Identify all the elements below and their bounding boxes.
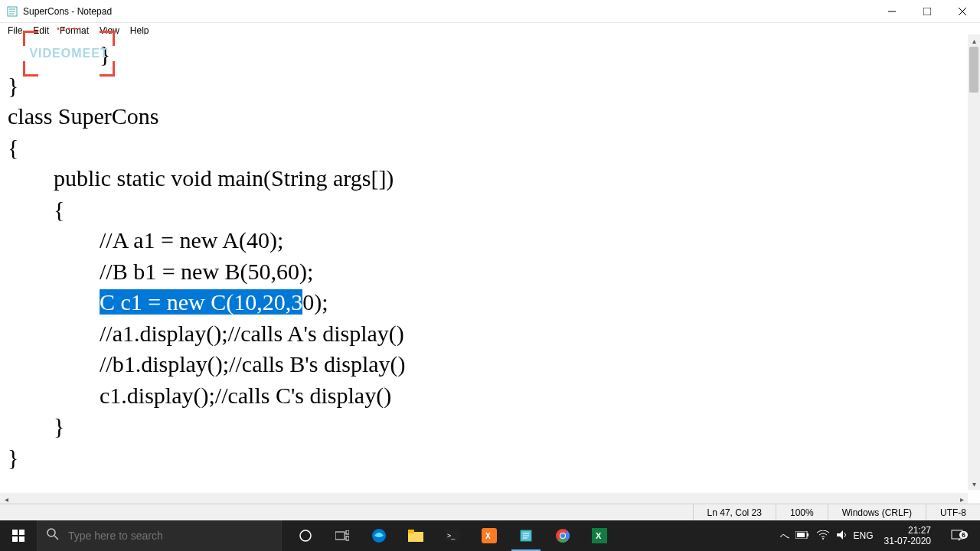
svg-point-14 xyxy=(300,530,311,541)
system-tray: へ ENG 21:27 31-07-2020 6 xyxy=(773,520,980,551)
notepad-taskbar-icon[interactable] xyxy=(508,520,544,551)
svg-line-13 xyxy=(54,536,58,540)
scroll-down-button[interactable]: ▾ xyxy=(968,478,980,490)
start-button[interactable] xyxy=(0,520,37,551)
vertical-scrollbar[interactable]: ▴ ▾ xyxy=(968,34,980,490)
titlebar: SuperCons - Notepad xyxy=(0,0,980,23)
text-selection: C c1 = new C(10,20,3 xyxy=(100,289,302,315)
svg-rect-37 xyxy=(807,533,808,536)
window-title: SuperCons - Notepad xyxy=(23,6,874,17)
svg-marker-40 xyxy=(837,530,843,540)
svg-rect-15 xyxy=(335,532,345,540)
svg-rect-5 xyxy=(923,8,931,15)
maximize-button[interactable] xyxy=(910,0,945,23)
battery-icon[interactable] xyxy=(795,530,809,541)
svg-rect-10 xyxy=(12,536,18,542)
wifi-icon[interactable] xyxy=(817,530,829,542)
search-input[interactable] xyxy=(68,530,272,542)
svg-rect-11 xyxy=(19,536,24,542)
status-encoding: UTF-8 xyxy=(926,504,980,520)
scroll-up-button[interactable]: ▴ xyxy=(968,34,980,47)
tray-language[interactable]: ENG xyxy=(854,530,874,541)
excel-icon[interactable]: X xyxy=(582,520,617,551)
svg-point-39 xyxy=(822,538,824,540)
notification-badge: 6 xyxy=(959,531,968,539)
status-zoom: 100% xyxy=(776,504,828,520)
svg-rect-8 xyxy=(12,530,18,535)
statusbar: Ln 47, Col 23 100% Windows (CRLF) UTF-8 xyxy=(0,504,980,520)
minimize-button[interactable] xyxy=(874,0,910,23)
tray-clock[interactable]: 21:27 31-07-2020 xyxy=(880,525,936,547)
svg-text:X: X xyxy=(596,531,602,540)
xampp-icon[interactable]: X xyxy=(472,520,507,551)
svg-rect-20 xyxy=(408,530,414,533)
notification-center-icon[interactable]: 6 xyxy=(942,530,972,542)
svg-point-33 xyxy=(560,533,565,538)
chrome-icon[interactable] xyxy=(545,520,580,551)
svg-text:X: X xyxy=(485,532,491,540)
taskbar-search[interactable] xyxy=(37,520,282,551)
scroll-track[interactable] xyxy=(968,47,980,478)
close-button[interactable] xyxy=(945,0,980,23)
tray-expand-icon[interactable]: へ xyxy=(780,530,789,543)
volume-icon[interactable] xyxy=(837,530,848,543)
svg-rect-38 xyxy=(797,533,805,537)
svg-point-12 xyxy=(47,529,55,536)
search-icon xyxy=(47,528,59,543)
clock-time: 21:27 xyxy=(884,525,931,536)
svg-rect-16 xyxy=(346,530,349,534)
svg-rect-9 xyxy=(19,530,24,535)
edge-icon[interactable] xyxy=(361,520,397,551)
status-lineending: Windows (CRLF) xyxy=(828,504,926,520)
cortana-icon[interactable] xyxy=(288,520,323,551)
taskbar: >_ X X へ ENG 21:27 31-07-2020 6 xyxy=(0,520,980,551)
terminal-icon[interactable]: >_ xyxy=(435,520,470,551)
svg-rect-17 xyxy=(346,536,349,540)
clock-date: 31-07-2020 xyxy=(884,536,931,546)
svg-text:>_: >_ xyxy=(447,532,456,540)
status-position: Ln 47, Col 23 xyxy=(693,504,776,520)
text-content[interactable]: } } class SuperCons { public static void… xyxy=(0,34,980,490)
notepad-icon xyxy=(6,5,18,18)
scroll-thumb[interactable] xyxy=(969,47,978,93)
editor-area[interactable]: } } class SuperCons { public static void… xyxy=(0,34,980,490)
file-explorer-icon[interactable] xyxy=(398,520,433,551)
task-view-icon[interactable] xyxy=(325,520,360,551)
